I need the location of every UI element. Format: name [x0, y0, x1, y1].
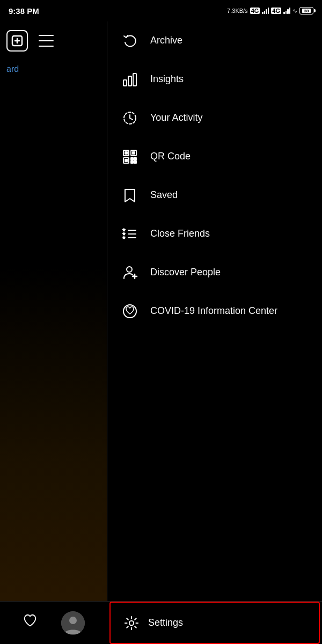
panel-divider [107, 21, 107, 644]
saved-icon [120, 186, 140, 205]
status-bar: 9:38 PM 7.3KB/s 4G 4G ∿ 38 [0, 0, 322, 21]
signal-bars-1 [262, 8, 269, 14]
svg-point-31 [129, 620, 134, 625]
menu-item-your-activity[interactable]: Your Activity [107, 99, 322, 137]
activity-icon [120, 108, 140, 128]
new-post-button[interactable] [6, 30, 28, 52]
svg-rect-14 [125, 159, 127, 162]
svg-point-25 [127, 267, 132, 272]
qr-icon [120, 147, 140, 166]
menu-item-qr-code[interactable]: QR Code [107, 137, 322, 176]
svg-rect-12 [133, 152, 135, 154]
svg-rect-17 [131, 161, 133, 163]
menu-panel: Archive Insights [107, 21, 322, 644]
bottom-nav: Settings [0, 601, 322, 644]
discover-people-icon [120, 263, 140, 282]
profile-avatar[interactable] [61, 611, 85, 635]
svg-rect-15 [131, 158, 133, 160]
menu-item-saved[interactable]: Saved [107, 176, 322, 215]
settings-icon [123, 615, 140, 631]
covid-info-label: COVID-19 Information Center [150, 305, 277, 317]
svg-rect-5 [133, 74, 136, 86]
svg-marker-23 [122, 232, 125, 235]
left-panel-header [0, 21, 107, 60]
wifi-icon: ∿ [292, 8, 297, 14]
covid-icon [120, 302, 140, 321]
your-activity-label: Your Activity [150, 112, 202, 124]
svg-marker-22 [122, 229, 125, 231]
menu-item-insights[interactable]: Insights [107, 60, 322, 99]
close-friends-icon [120, 224, 140, 244]
hamburger-menu-icon[interactable] [39, 35, 54, 47]
svg-rect-3 [123, 80, 127, 86]
insights-icon [120, 70, 140, 89]
menu-item-covid-info[interactable]: COVID-19 Information Center [107, 292, 322, 331]
archive-icon [120, 31, 140, 50]
saved-label: Saved [150, 189, 178, 201]
svg-rect-4 [128, 76, 131, 86]
svg-rect-18 [134, 161, 136, 163]
signal-bars-2 [283, 8, 290, 14]
lte-badge-2: 4G [271, 8, 281, 14]
menu-item-archive[interactable]: Archive [107, 21, 322, 60]
settings-button[interactable]: Settings [109, 602, 320, 644]
svg-rect-10 [125, 152, 127, 154]
discover-people-label: Discover People [150, 266, 221, 279]
close-friends-label: Close Friends [150, 228, 210, 240]
svg-point-28 [123, 305, 136, 318]
menu-item-discover-people[interactable]: Discover People [107, 253, 322, 292]
left-panel: ard [0, 21, 107, 644]
network-speed: 7.3KB/s [227, 8, 248, 14]
qr-code-label: QR Code [150, 150, 191, 163]
svg-point-30 [69, 617, 77, 624]
svg-line-8 [130, 118, 133, 120]
battery-icon: 38 [299, 7, 313, 14]
menu-item-close-friends[interactable]: Close Friends [107, 215, 322, 253]
svg-rect-16 [134, 158, 136, 160]
battery-level: 38 [302, 9, 311, 13]
bottom-nav-left [0, 611, 107, 635]
status-time: 9:38 PM [9, 6, 39, 16]
background-image [0, 268, 107, 644]
main-layout: ard Archive [0, 21, 322, 644]
settings-label: Settings [148, 617, 183, 628]
status-right: 7.3KB/s 4G 4G ∿ 38 [227, 7, 313, 14]
svg-marker-24 [122, 236, 125, 239]
archive-label: Archive [150, 34, 182, 47]
insights-label: Insights [150, 73, 184, 85]
partial-username: ard [0, 60, 107, 78]
likes-button[interactable] [23, 613, 38, 632]
lte-badge-1: 4G [250, 8, 260, 14]
